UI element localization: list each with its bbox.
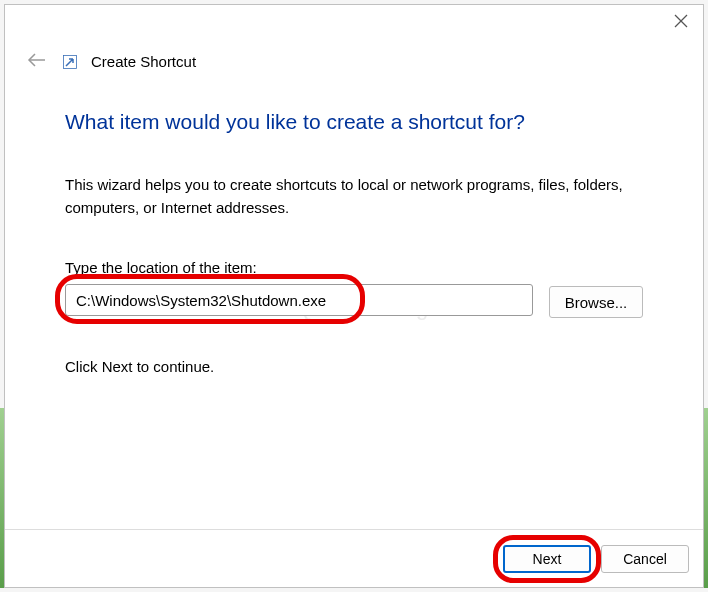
footer: Next Cancel <box>5 529 703 587</box>
next-button[interactable]: Next <box>503 545 591 573</box>
content-area: What item would you like to create a sho… <box>5 82 703 529</box>
back-arrow-icon[interactable] <box>25 51 49 72</box>
shortcut-arrow-icon <box>63 55 77 69</box>
create-shortcut-dialog: Create Shortcut What item would you like… <box>4 4 704 588</box>
input-label: Type the location of the item: <box>65 259 643 276</box>
close-icon[interactable] <box>673 13 689 29</box>
page-heading: What item would you like to create a sho… <box>65 110 643 134</box>
description-text: This wizard helps you to create shortcut… <box>65 174 643 219</box>
browse-button[interactable]: Browse... <box>549 286 643 318</box>
cancel-button[interactable]: Cancel <box>601 545 689 573</box>
titlebar <box>5 5 703 41</box>
location-input[interactable] <box>65 284 533 316</box>
header-row: Create Shortcut <box>5 41 703 82</box>
continue-text: Click Next to continue. <box>65 358 643 375</box>
dialog-title: Create Shortcut <box>91 53 196 70</box>
